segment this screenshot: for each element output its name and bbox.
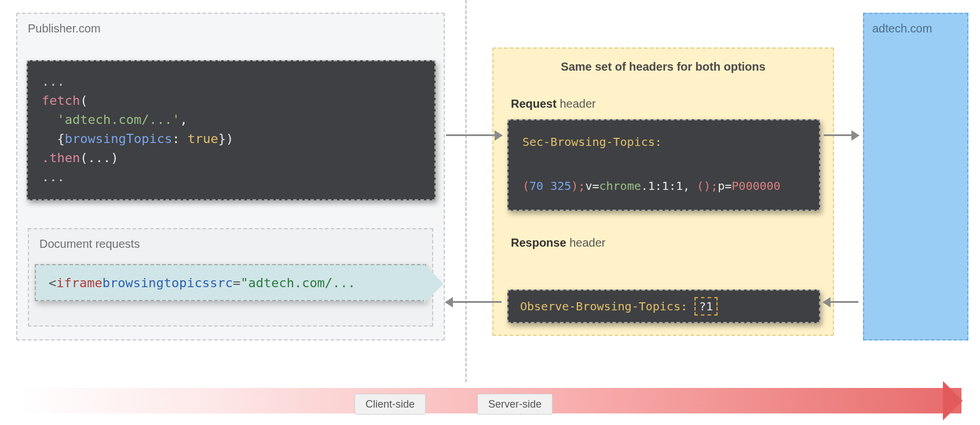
code-comma: , [180, 112, 187, 127]
req-paren-close: ); [571, 179, 585, 193]
iframe-val: "adtech.com/... [240, 276, 356, 290]
adtech-panel: adtech.com [863, 13, 968, 340]
req-empty: (); [697, 179, 718, 193]
request-header-code: Sec-Browsing-Topics: (70 325);v=chrome.1… [507, 119, 820, 211]
iframe-eq: = [233, 276, 240, 290]
code-opt-key: browsingTopics [65, 131, 172, 146]
iframe-attr1: browsingtopics [103, 276, 210, 290]
req-sp [543, 179, 550, 193]
code-paren-open: ( [80, 93, 87, 108]
fetch-code-block: ... fetch( 'adtech.com/...', {browsingTo… [27, 60, 436, 200]
code-dots: ... [42, 74, 65, 89]
server-side-label: Server-side [477, 394, 553, 415]
iframe-lt: < [49, 276, 56, 290]
response-header-label: Response header [511, 236, 605, 250]
req-p: p= [718, 179, 732, 193]
req-paren-open: ( [522, 179, 529, 193]
req-pval: P000000 [732, 179, 780, 193]
code-brace-close: } [218, 131, 226, 146]
arrow-adtech-to-headers-resp [824, 301, 858, 303]
headers-title: Same set of headers for both options [493, 60, 833, 74]
iframe-attr2: src [210, 276, 233, 290]
code-then: .then [42, 151, 80, 165]
arrow-headers-to-publisher [446, 301, 502, 303]
arrow-publisher-to-headers [446, 134, 502, 136]
req-n2: 325 [550, 179, 571, 193]
req-chrome: chrome [599, 179, 641, 193]
request-header-label: Request header [511, 97, 596, 111]
publisher-title: Publisher.com [28, 22, 101, 35]
req-header-name: Sec-Browsing-Topics: [522, 135, 662, 149]
code-paren-close: ) [226, 131, 233, 146]
client-side-label: Client-side [354, 394, 426, 415]
client-server-divider [465, 0, 467, 382]
resp-header-name: Observe-Browsing-Topics: [520, 299, 688, 313]
resp-header-val: ?1 [694, 297, 718, 316]
req-n1: 70 [529, 179, 543, 193]
document-requests-title: Document requests [39, 237, 140, 251]
req-v: v= [585, 179, 599, 193]
response-header-code: Observe-Browsing-Topics: ?1 [507, 290, 820, 323]
adtech-title: adtech.com [872, 22, 932, 35]
code-dots-2: ... [42, 170, 65, 184]
code-then-args: (...) [80, 151, 118, 165]
code-brace-open: { [57, 131, 65, 146]
iframe-code-pill: <iframe browsingtopics src="adtech.com/.… [35, 264, 426, 301]
code-opt-val: true [188, 131, 218, 146]
arrow-headers-to-adtech-req [824, 134, 858, 136]
iframe-tag: iframe [56, 276, 102, 290]
req-ver: .1:1:1, [641, 179, 697, 193]
code-colon: : [172, 131, 188, 146]
code-fetch: fetch [42, 93, 80, 108]
code-url: 'adtech.com/...' [57, 112, 180, 127]
